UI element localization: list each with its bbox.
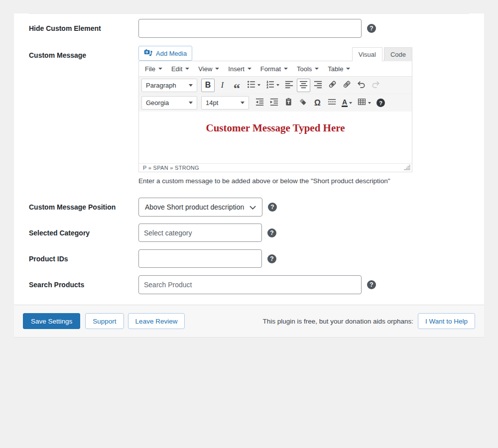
chevron-down-icon — [249, 203, 256, 211]
settings-form: Hide Custom Element ? Custom Message — [14, 13, 484, 305]
search-products-input[interactable] — [138, 275, 362, 294]
menu-insert[interactable]: Insert — [224, 61, 256, 76]
editor-statusbar: P » SPAN » STRONG — [139, 163, 412, 172]
chevron-down-icon — [315, 68, 319, 70]
align-left-button[interactable] — [282, 79, 296, 92]
insert-link-button[interactable] — [326, 79, 339, 92]
help-icon: ? — [376, 99, 385, 107]
font-size-value: 14pt — [206, 99, 218, 107]
editor-mode-tabs: Visual Code — [352, 47, 412, 61]
menu-edit[interactable]: Edit — [167, 61, 194, 76]
menu-tools[interactable]: Tools — [292, 61, 323, 76]
paste-as-text-button[interactable] — [282, 96, 295, 110]
align-right-icon — [313, 80, 323, 91]
save-settings-button[interactable]: Save Settings — [23, 313, 80, 329]
indent-button[interactable] — [267, 96, 281, 110]
font-size-dropdown[interactable]: 14pt — [201, 96, 249, 110]
eraser-icon — [298, 97, 308, 109]
menu-file-label: File — [145, 65, 155, 73]
hide-custom-element-label: Hide Custom Element — [29, 19, 138, 38]
field-row-hide-custom-element: Hide Custom Element ? — [29, 19, 469, 38]
align-center-button[interactable] — [297, 79, 310, 92]
chevron-down-icon — [276, 84, 279, 86]
tab-code[interactable]: Code — [384, 47, 412, 61]
selected-category-control: ? — [138, 224, 276, 242]
section-divider — [29, 13, 469, 14]
font-family-value: Georgia — [146, 99, 169, 107]
leave-review-button[interactable]: Leave Review — [128, 313, 185, 329]
selected-category-label: Selected Category — [29, 224, 138, 242]
menu-edit-label: Edit — [171, 65, 182, 73]
settings-footer: Save Settings Support Leave Review This … — [14, 305, 484, 337]
support-button[interactable]: Support — [85, 313, 124, 329]
product-ids-control: ? — [138, 249, 276, 268]
align-center-icon — [299, 80, 308, 91]
chevron-down-icon — [349, 102, 352, 104]
menu-table[interactable]: Table — [323, 61, 355, 76]
undo-button[interactable] — [355, 79, 368, 92]
help-icon[interactable]: ? — [367, 24, 376, 33]
align-right-button[interactable] — [311, 79, 325, 92]
redo-button[interactable] — [369, 79, 382, 92]
custom-message-position-label: Custom Message Position — [29, 198, 138, 217]
custom-message-position-select[interactable]: Above Short product description — [138, 198, 262, 217]
custom-message-label: Custom Message — [29, 46, 138, 185]
product-ids-input[interactable] — [138, 249, 262, 268]
hide-custom-element-input[interactable] — [138, 19, 362, 38]
add-media-label: Add Media — [156, 50, 187, 57]
italic-icon: I — [221, 81, 224, 90]
numbered-list-icon — [265, 80, 275, 91]
chevron-down-icon — [158, 68, 162, 70]
outdent-button[interactable] — [253, 96, 266, 110]
field-row-search-products: Search Products ? — [29, 275, 469, 294]
resize-grip-icon[interactable] — [404, 163, 410, 172]
field-row-custom-message: Custom Message — [29, 46, 469, 185]
italic-button[interactable]: I — [216, 79, 229, 92]
add-media-button[interactable]: Add Media — [138, 46, 192, 61]
menu-file[interactable]: File — [140, 61, 167, 76]
table-button[interactable] — [355, 96, 373, 110]
custom-message-position-control: Above Short product description ? — [138, 198, 277, 217]
text-color-icon: A — [342, 99, 348, 107]
unlink-icon — [342, 80, 352, 91]
paste-text-icon — [284, 97, 293, 109]
help-icon[interactable]: ? — [268, 203, 277, 212]
help-icon[interactable]: ? — [367, 280, 376, 289]
help-icon[interactable]: ? — [267, 228, 276, 237]
numbered-list-button[interactable] — [263, 79, 281, 92]
donate-button[interactable]: I Want to Help — [418, 313, 475, 329]
clear-formatting-button[interactable] — [296, 96, 310, 110]
bullet-list-button[interactable] — [245, 79, 262, 92]
editor-content-area[interactable]: Customer Message Typed Here — [139, 112, 412, 163]
bold-button[interactable]: B — [201, 79, 215, 92]
read-more-button[interactable] — [325, 96, 339, 110]
special-character-button[interactable]: Ω — [311, 96, 324, 110]
editor-media-row: Add Media Visual Code — [138, 46, 412, 61]
menu-view[interactable]: View — [194, 61, 224, 76]
block-format-dropdown[interactable]: Paragraph — [141, 79, 197, 92]
editor-menubar: File Edit View Insert — [139, 61, 412, 77]
selected-category-input[interactable] — [138, 224, 262, 242]
text-color-button[interactable]: A — [340, 96, 354, 110]
table-icon — [357, 97, 367, 109]
add-media-icon — [144, 49, 152, 58]
help-icon[interactable]: ? — [267, 254, 276, 263]
donation-text: This plugin is free, but your donation a… — [263, 318, 413, 325]
chevron-down-icon — [215, 68, 219, 70]
chevron-down-icon — [368, 102, 371, 104]
blockquote-button[interactable]: “ — [230, 79, 244, 92]
editor-help-button[interactable]: ? — [374, 96, 387, 110]
chevron-down-icon — [346, 68, 350, 70]
menu-format[interactable]: Format — [256, 61, 292, 76]
menu-insert-label: Insert — [228, 65, 245, 73]
outdent-icon — [255, 97, 264, 109]
editor-message-text: Customer Message Typed Here — [206, 122, 345, 134]
tab-visual[interactable]: Visual — [352, 47, 382, 61]
omega-icon: Ω — [314, 99, 321, 108]
block-format-value: Paragraph — [146, 82, 176, 89]
font-family-dropdown[interactable]: Georgia — [141, 96, 197, 110]
align-left-icon — [284, 80, 294, 91]
remove-link-button[interactable] — [340, 79, 354, 92]
product-ids-label: Product IDs — [29, 249, 138, 268]
chevron-down-icon — [257, 84, 260, 86]
